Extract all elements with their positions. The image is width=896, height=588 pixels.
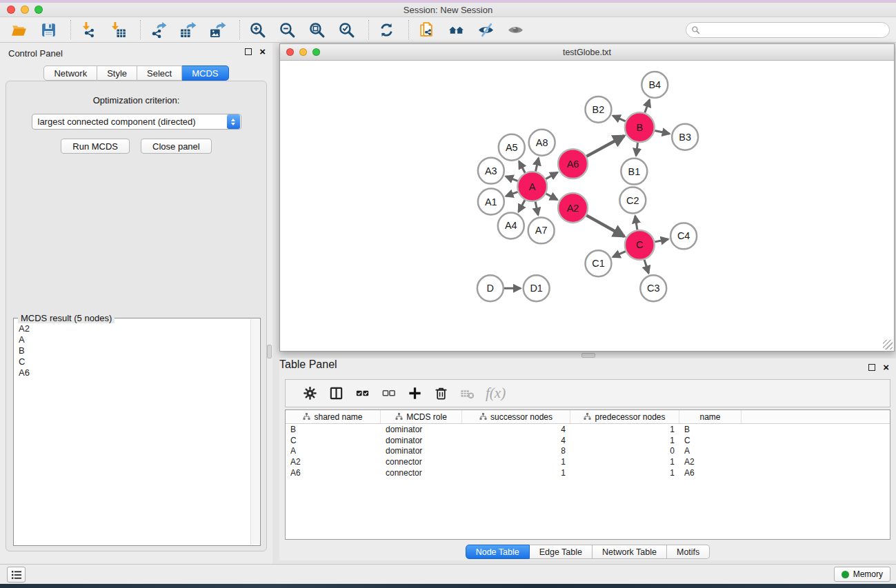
tab-mcds[interactable]: MCDS (182, 65, 228, 81)
show-all-panels-icon[interactable] (446, 19, 466, 40)
column-header-MCDS-role[interactable]: MCDS role (381, 410, 462, 423)
close-panel-icon[interactable]: × (259, 48, 266, 55)
graph-edge-B-B4[interactable] (645, 100, 650, 113)
graph-edge-A-A3[interactable] (506, 176, 517, 181)
mcds-result-list[interactable]: A2ABCA6 (14, 319, 250, 545)
mcds-result-item[interactable]: C (19, 356, 250, 367)
graph-node-label: A8 (536, 137, 548, 148)
deselect-all-checkboxes-icon[interactable] (377, 383, 400, 404)
refresh-layout-icon[interactable] (376, 19, 397, 40)
delete-column-trash-icon[interactable] (429, 383, 452, 404)
table-row[interactable]: Bdominator41B (286, 424, 890, 435)
clone-network-icon[interactable] (416, 19, 437, 40)
birdseye-eye-icon[interactable] (505, 19, 526, 40)
mcds-result-item[interactable]: B (19, 345, 250, 356)
tab-edge-table[interactable]: Edge Table (530, 545, 593, 559)
close-window-button[interactable] (7, 6, 15, 14)
zoom-window-button[interactable] (34, 6, 43, 14)
column-sort-icon (584, 413, 591, 420)
window-resize-grip[interactable] (883, 340, 893, 349)
table-row[interactable]: Cdominator41C (286, 435, 890, 446)
graph-node-label: A4 (505, 220, 517, 231)
import-table-icon[interactable] (108, 19, 128, 40)
import-network-icon[interactable] (78, 19, 99, 40)
function-builder-icon[interactable]: f(x) (486, 385, 506, 402)
vertical-split-handle[interactable] (267, 345, 272, 358)
task-history-button[interactable] (7, 567, 26, 582)
hide-panels-icon[interactable] (475, 19, 496, 40)
control-panel: Control Panel × Network Style Select MCD… (0, 43, 272, 564)
graph-edge-A-A6[interactable] (546, 172, 557, 179)
export-image-icon[interactable] (207, 19, 228, 40)
mcds-result-box: MCDS result (5 nodes) A2ABCA6 (13, 318, 261, 546)
graph-node-label: B3 (679, 132, 691, 143)
mcds-result-item[interactable]: A6 (19, 367, 250, 378)
mcds-result-item[interactable]: A (19, 334, 250, 345)
table-cell: A (286, 446, 381, 456)
result-scrollbar[interactable] (250, 319, 259, 545)
graph-edge-C-C2[interactable] (635, 216, 637, 230)
zoom-selected-icon[interactable] (336, 19, 357, 40)
network-canvas[interactable]: B4B2BB3A5A8A6B1A3AA1C2A2A4A7CC4C1C3DD1 (280, 61, 894, 351)
graph-edge-C-C3[interactable] (644, 260, 648, 274)
graph-edge-A-A5[interactable] (519, 161, 525, 173)
select-all-checkboxes-icon[interactable] (350, 383, 374, 404)
zoom-in-icon[interactable] (247, 19, 268, 40)
tab-node-table[interactable]: Node Table (466, 545, 530, 559)
optimization-criterion-dropdown[interactable]: largest connected component (directed) (32, 114, 241, 130)
export-network-icon[interactable] (148, 19, 168, 40)
graph-edge-A-A8[interactable] (535, 158, 538, 172)
table-row[interactable]: Adominator80A (286, 446, 890, 457)
tab-network[interactable]: Network (43, 65, 97, 81)
table-cell: dominator (381, 446, 462, 456)
save-session-icon[interactable] (38, 19, 59, 40)
graph-edge-B-B3[interactable] (655, 130, 669, 134)
column-header-shared-name[interactable]: shared name (286, 410, 381, 423)
column-view-icon[interactable] (324, 383, 348, 404)
column-header-predecessor-nodes[interactable]: predecessor nodes (570, 410, 679, 423)
zoom-fit-icon[interactable] (306, 19, 327, 40)
table-row[interactable]: A2connector11A2 (286, 456, 890, 467)
table-cell: C (679, 436, 741, 445)
column-sort-icon (395, 413, 403, 420)
graph-edge-A2-C[interactable] (586, 215, 624, 236)
column-header-successor-nodes[interactable]: successor nodes (462, 410, 570, 423)
graph-edge-A-A7[interactable] (535, 202, 538, 215)
toolbar-separator (408, 20, 409, 39)
graph-edge-C-C4[interactable] (655, 239, 668, 242)
delete-table-icon[interactable] (455, 383, 479, 404)
table-settings-gear-icon[interactable] (298, 383, 321, 404)
horizontal-split-handle[interactable] (581, 353, 595, 358)
close-panel-button[interactable]: Close panel (141, 139, 212, 154)
zoom-out-icon[interactable] (277, 19, 297, 40)
table-cell: 8 (462, 446, 570, 456)
add-column-icon[interactable] (403, 383, 426, 404)
open-folder-icon[interactable] (8, 19, 29, 40)
float-panel-icon[interactable] (245, 48, 252, 55)
table-row[interactable]: A6connector11A6 (286, 467, 890, 478)
memory-button[interactable]: Memory (834, 567, 890, 582)
network-window-titlebar[interactable]: testGlobe.txt (280, 44, 894, 61)
tab-select[interactable]: Select (137, 65, 182, 81)
graph-edge-B-B2[interactable] (613, 116, 626, 121)
status-bar: Memory (0, 564, 896, 584)
search-input[interactable] (700, 23, 889, 36)
close-table-panel-icon[interactable]: × (883, 364, 889, 371)
mcds-panel-body: Optimization criterion: largest connecte… (6, 81, 267, 551)
tab-style[interactable]: Style (97, 65, 137, 81)
export-table-icon[interactable] (177, 19, 198, 40)
graph-edge-C-C1[interactable] (613, 252, 625, 257)
graph-edge-A-A4[interactable] (519, 200, 525, 212)
minimize-window-button[interactable] (21, 6, 29, 14)
float-table-panel-icon[interactable] (868, 364, 875, 371)
table-cell: connector (381, 468, 462, 478)
column-header-name[interactable]: name (679, 410, 741, 423)
graph-edge-A-A1[interactable] (506, 192, 517, 196)
mcds-result-item[interactable]: A2 (19, 323, 250, 334)
graph-edge-B-B1[interactable] (636, 143, 637, 156)
tab-network-table[interactable]: Network Table (593, 545, 667, 559)
tab-motifs[interactable]: Motifs (667, 545, 710, 559)
run-mcds-button[interactable]: Run MCDS (61, 139, 130, 154)
graph-edge-A-A2[interactable] (546, 194, 557, 200)
graph-edge-A6-B[interactable] (586, 136, 624, 156)
